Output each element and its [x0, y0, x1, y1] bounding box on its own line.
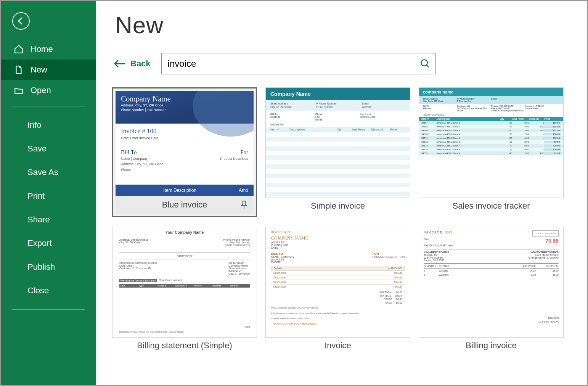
- search-back-link[interactable]: Back: [114, 59, 151, 69]
- nav-publish[interactable]: Publish: [1, 255, 96, 279]
- page-title: New: [115, 11, 571, 39]
- nav-share[interactable]: Share: [1, 208, 96, 232]
- template-caption: Simple invoice: [311, 201, 365, 211]
- tracker-rows: 34567Invoice A-456-2 Data 1305.000150.00…: [419, 121, 563, 155]
- nav-open[interactable]: Open: [1, 80, 96, 101]
- template-caption: Blue invoice: [162, 200, 207, 210]
- nav-label: Export: [27, 238, 52, 248]
- pin-icon[interactable]: [239, 200, 249, 210]
- template-caption: Invoice: [325, 341, 351, 351]
- template-caption: Billing invoice: [466, 341, 516, 351]
- nav-label: Share: [27, 215, 50, 225]
- nav-saveas[interactable]: Save As: [1, 161, 96, 184]
- nav-label: Home: [31, 44, 53, 54]
- template-billing-statement-simple[interactable]: Your Company Name Address: Street Addres…: [112, 227, 257, 351]
- nav-print[interactable]: Print: [1, 184, 96, 208]
- nav-export[interactable]: Export: [1, 232, 96, 255]
- nav-label: Save: [27, 144, 47, 154]
- nav-divider: [12, 106, 85, 106]
- nav-info[interactable]: Info: [1, 113, 96, 137]
- nav-close[interactable]: Close: [1, 279, 96, 302]
- nav-save[interactable]: Save: [1, 137, 96, 161]
- home-icon: [14, 44, 24, 54]
- nav-label: Info: [27, 120, 42, 130]
- nav-sub-group: Info Save Save As Print Share Export Pub…: [1, 110, 96, 302]
- template-invoice[interactable]: INVOICE #100 COMPANY NAME ADDRESSPHONE |…: [265, 227, 410, 351]
- nav-label: Save As: [27, 167, 58, 177]
- template-thumbnail: INVOICE #100 COMPANY NAME ADDRESSPHONE |…: [265, 227, 410, 338]
- back-button[interactable]: [12, 12, 30, 30]
- svg-point-0: [421, 60, 427, 66]
- search-icon[interactable]: [418, 57, 432, 71]
- template-thumbnail: company name Street AddressP Phone Numbe…: [419, 87, 564, 198]
- template-simple-invoice[interactable]: Company Name Street AddressP Phone Numbe…: [265, 87, 410, 217]
- nav-new[interactable]: New: [1, 60, 96, 80]
- template-thumbnail: Your Company Name Address: Street Addres…: [112, 227, 257, 338]
- backstage-sidebar: Home New Open Info Save Save As Print Sh…: [1, 1, 96, 385]
- thumb-company: Company Name: [121, 95, 248, 103]
- template-blue-invoice[interactable]: Company Name Address, City, ST, ZIP Code…: [112, 87, 257, 217]
- nav-label: Publish: [27, 262, 55, 272]
- nav-label: Open: [31, 85, 51, 95]
- template-caption-bar: Blue invoice: [116, 196, 254, 214]
- template-grid: Company Name Address, City, ST, ZIP Code…: [112, 87, 571, 351]
- template-thumbnail: INVOICE 0025 YOUR LOGO HERE Date79.65 PA…: [419, 227, 564, 338]
- nav-label: Close: [27, 286, 49, 296]
- nav-divider: [12, 309, 85, 310]
- main-content: New Back Company Name Address, City, ST,…: [96, 1, 587, 385]
- search-row: Back: [114, 53, 571, 74]
- nav-label: Print: [27, 191, 45, 201]
- template-thumbnail: Company Name Street AddressP Phone Numbe…: [265, 87, 410, 198]
- template-thumbnail: Company Name Address, City, ST, ZIP Code…: [112, 87, 257, 217]
- template-billing-invoice[interactable]: INVOICE 0025 YOUR LOGO HERE Date79.65 PA…: [419, 227, 564, 351]
- open-icon: [14, 85, 24, 95]
- nav-label: New: [31, 65, 47, 75]
- template-caption: Billing statement (Simple): [137, 341, 232, 351]
- search-input[interactable]: [161, 53, 436, 74]
- nav-home[interactable]: Home: [1, 39, 96, 60]
- new-icon: [14, 65, 24, 75]
- search-wrap: [161, 53, 436, 74]
- template-caption: Sales invoice tracker: [453, 201, 530, 211]
- template-sales-invoice-tracker[interactable]: company name Street AddressP Phone Numbe…: [419, 87, 564, 217]
- back-label: Back: [130, 59, 151, 69]
